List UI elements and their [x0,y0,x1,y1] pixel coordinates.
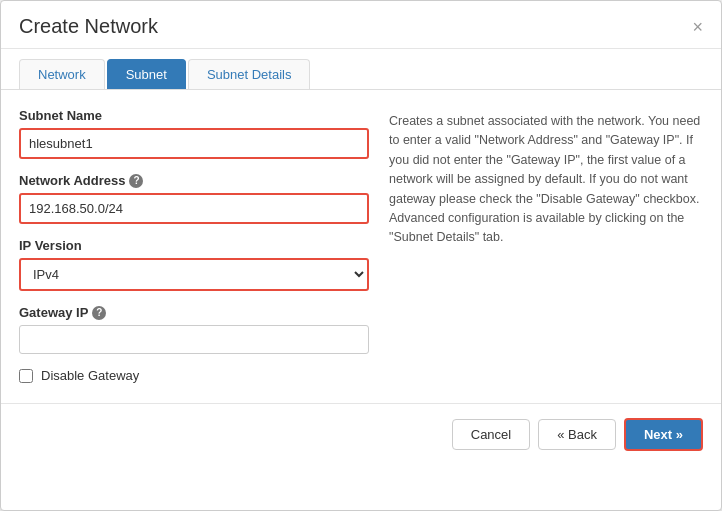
gateway-ip-input[interactable] [19,325,369,354]
next-button[interactable]: Next » [624,418,703,451]
network-address-group: Network Address ? [19,173,369,224]
tab-subnet-details[interactable]: Subnet Details [188,59,311,89]
disable-gateway-checkbox[interactable] [19,369,33,383]
gateway-ip-help-icon[interactable]: ? [92,306,106,320]
cancel-button[interactable]: Cancel [452,419,530,450]
ip-version-label: IP Version [19,238,369,253]
network-address-label: Network Address ? [19,173,369,188]
disable-gateway-label: Disable Gateway [41,368,139,383]
dialog-title: Create Network [19,15,158,38]
tab-network[interactable]: Network [19,59,105,89]
subnet-name-label: Subnet Name [19,108,369,123]
gateway-ip-group: Gateway IP ? [19,305,369,354]
tab-bar: Network Subnet Subnet Details [1,49,721,90]
ip-version-select[interactable]: IPv4 IPv6 [19,258,369,291]
subnet-name-input[interactable] [19,128,369,159]
subnet-name-group: Subnet Name [19,108,369,159]
right-panel: Creates a subnet associated with the net… [389,108,703,383]
gateway-ip-label: Gateway IP ? [19,305,369,320]
tab-subnet[interactable]: Subnet [107,59,186,89]
dialog-body: Subnet Name Network Address ? IP Version… [1,90,721,393]
dialog-footer: Cancel « Back Next » [1,403,721,465]
ip-version-group: IP Version IPv4 IPv6 [19,238,369,291]
left-panel: Subnet Name Network Address ? IP Version… [19,108,369,383]
create-network-dialog: Create Network × Network Subnet Subnet D… [0,0,722,511]
back-button[interactable]: « Back [538,419,616,450]
disable-gateway-row: Disable Gateway [19,368,369,383]
dialog-header: Create Network × [1,1,721,49]
network-address-input[interactable] [19,193,369,224]
network-address-help-icon[interactable]: ? [129,174,143,188]
close-button[interactable]: × [692,18,703,36]
info-text: Creates a subnet associated with the net… [389,112,703,248]
